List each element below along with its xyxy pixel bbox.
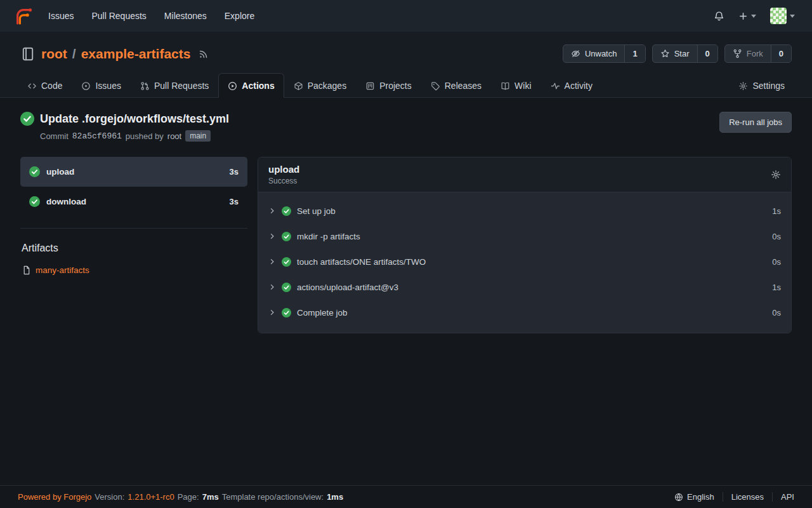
project-board-icon [365, 81, 375, 91]
pusher-link[interactable]: root [167, 131, 181, 141]
tab-activity[interactable]: Activity [541, 73, 602, 98]
tab-projects[interactable]: Projects [356, 73, 421, 98]
tab-packages[interactable]: Packages [284, 73, 356, 98]
commit-prefix: Commit [40, 131, 69, 141]
globe-icon [674, 493, 683, 502]
rss-icon [199, 49, 209, 59]
tab-actions[interactable]: Actions [218, 73, 284, 98]
step-name: touch artifacts/ONE artifacts/TWO [297, 257, 426, 267]
nav-explore[interactable]: Explore [216, 0, 263, 32]
step-name: Set up job [297, 206, 336, 216]
tab-wiki[interactable]: Wiki [491, 73, 540, 98]
version-link[interactable]: 1.21.0+1-rc0 [128, 492, 174, 502]
forks-count[interactable]: 0 [771, 45, 791, 62]
bell-icon [714, 11, 724, 22]
unwatch-label: Unwatch [585, 49, 617, 58]
run-header-left: Update .forgejo/workflows/test.yml Commi… [20, 112, 229, 142]
job-duration: 3s [230, 167, 239, 177]
tab-code[interactable]: Code [18, 73, 72, 98]
run-title-row: Update .forgejo/workflows/test.yml [20, 112, 229, 126]
user-avatar [770, 8, 787, 24]
nav-milestones[interactable]: Milestones [155, 0, 216, 32]
unwatch-button[interactable]: Unwatch 1 [563, 44, 646, 63]
language-selector[interactable]: English [666, 492, 723, 502]
file-icon [22, 265, 31, 275]
licenses-link[interactable]: Licenses [723, 492, 772, 502]
powered-by-forgejo-link[interactable]: Powered by Forgejo [18, 492, 91, 502]
step-duration: 0s [772, 308, 781, 318]
run-success-icon [20, 112, 34, 126]
repo-title-row: root / example-artifacts [13, 42, 799, 73]
artifact-download-link[interactable]: many-artifacts [36, 265, 89, 275]
tab-releases[interactable]: Releases [421, 73, 491, 98]
repo-tabs: Code Issues Pull Requests Actions [13, 73, 799, 97]
forgejo-logo[interactable] [10, 6, 39, 25]
nav-pull-requests[interactable]: Pull Requests [82, 0, 155, 32]
actions-run-view: Update .forgejo/workflows/test.yml Commi… [0, 98, 812, 485]
job-success-icon [29, 196, 40, 207]
nav-explore-label: Explore [225, 11, 254, 21]
caret-down-icon [790, 15, 795, 18]
pulse-icon [551, 81, 560, 91]
job-detail-panel: upload Success Set up jo [258, 157, 792, 333]
tab-settings-label: Settings [752, 81, 785, 91]
gear-icon [738, 81, 748, 91]
user-menu-dropdown[interactable] [763, 0, 802, 32]
step-success-icon [282, 206, 291, 216]
chevron-right-icon [268, 258, 276, 265]
create-new-dropdown[interactable] [731, 0, 763, 32]
tab-code-label: Code [41, 81, 62, 91]
notifications-button[interactable] [707, 0, 731, 32]
tab-issues-label: Issues [95, 81, 121, 91]
tab-activity-label: Activity [565, 81, 593, 91]
repo-owner-link[interactable]: root [41, 46, 67, 62]
tab-issues[interactable]: Issues [72, 73, 130, 98]
rss-feed-button[interactable] [199, 49, 209, 59]
run-body: upload 3s download 3s Artifacts many-art… [20, 157, 792, 333]
job-options-button[interactable] [771, 170, 781, 180]
step-row-complete-job[interactable]: Complete job 0s [258, 300, 791, 325]
pushed-by-label: pushed by [126, 131, 164, 141]
run-header: Update .forgejo/workflows/test.yml Commi… [20, 112, 792, 142]
repo-name-link[interactable]: example-artifacts [81, 46, 191, 62]
step-success-icon [282, 232, 291, 241]
nav-issues[interactable]: Issues [39, 0, 82, 32]
repo-action-buttons: Unwatch 1 Star 0 [563, 44, 792, 63]
job-detail-status: Success [268, 177, 299, 185]
repo-title: root / example-artifacts [41, 46, 190, 62]
commit-sha-link[interactable]: 82a5cf6961 [72, 131, 122, 141]
branch-badge[interactable]: main [185, 130, 211, 142]
footer-right: English Licenses API [666, 492, 794, 502]
step-duration: 1s [772, 206, 781, 216]
job-name: upload [46, 167, 74, 177]
step-row-setup-job[interactable]: Set up job 1s [258, 198, 791, 224]
step-success-icon [282, 257, 291, 267]
stars-count[interactable]: 0 [697, 45, 717, 62]
top-navbar: Issues Pull Requests Milestones Explore [0, 0, 812, 32]
job-item-upload[interactable]: upload 3s [20, 157, 247, 187]
fork-button[interactable]: Fork 0 [724, 44, 792, 63]
watchers-count[interactable]: 1 [624, 45, 645, 62]
circle-dot-icon [81, 81, 91, 91]
step-duration: 0s [772, 257, 781, 267]
package-icon [294, 81, 303, 91]
tab-settings[interactable]: Settings [729, 73, 794, 98]
tab-actions-label: Actions [242, 81, 274, 91]
repo-header: root / example-artifacts [0, 32, 812, 98]
star-icon [660, 49, 670, 58]
play-circle-icon [228, 81, 237, 91]
tab-pull-requests[interactable]: Pull Requests [131, 73, 218, 98]
step-row-touch[interactable]: touch artifacts/ONE artifacts/TWO 0s [258, 249, 791, 274]
rerun-all-jobs-button[interactable]: Re-run all jobs [719, 112, 792, 133]
page-footer: Powered by Forgejo Version: 1.21.0+1-rc0… [0, 485, 812, 508]
job-duration: 3s [230, 197, 239, 206]
api-link[interactable]: API [772, 492, 794, 502]
tab-projects-label: Projects [379, 81, 412, 91]
step-success-icon [282, 283, 291, 292]
step-row-upload-artifact[interactable]: actions/upload-artifact@v3 1s [258, 274, 791, 300]
star-button[interactable]: Star 0 [652, 44, 718, 63]
sidebar-divider [20, 228, 247, 229]
tag-icon [431, 81, 440, 91]
step-row-mkdir[interactable]: mkdir -p artifacts 0s [258, 224, 791, 249]
job-item-download[interactable]: download 3s [20, 187, 247, 217]
